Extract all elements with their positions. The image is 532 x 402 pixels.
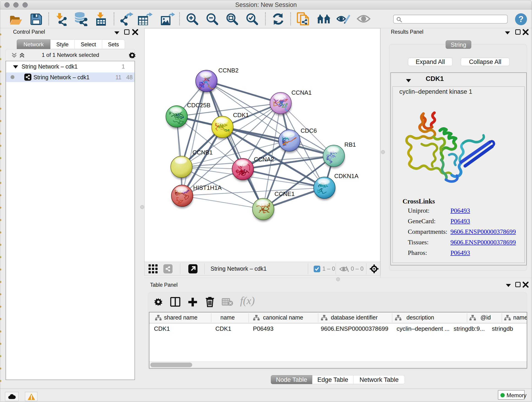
svg-text:HIST1H1A: HIST1H1A	[193, 184, 222, 191]
svg-text:CCNA2: CCNA2	[254, 156, 274, 163]
svg-text:CCNA1: CCNA1	[291, 89, 312, 96]
svg-text:CCNB1: CCNB1	[192, 149, 213, 156]
svg-text:CDK1: CDK1	[233, 112, 249, 119]
svg-text:CCNE1: CCNE1	[274, 191, 295, 197]
svg-text:CDKN1A: CDKN1A	[334, 172, 359, 179]
svg-text:CDC25B: CDC25B	[187, 102, 210, 109]
svg-text:CDC6: CDC6	[301, 127, 317, 134]
svg-text:RB1: RB1	[344, 141, 356, 148]
svg-text:CCNB2: CCNB2	[218, 67, 239, 74]
